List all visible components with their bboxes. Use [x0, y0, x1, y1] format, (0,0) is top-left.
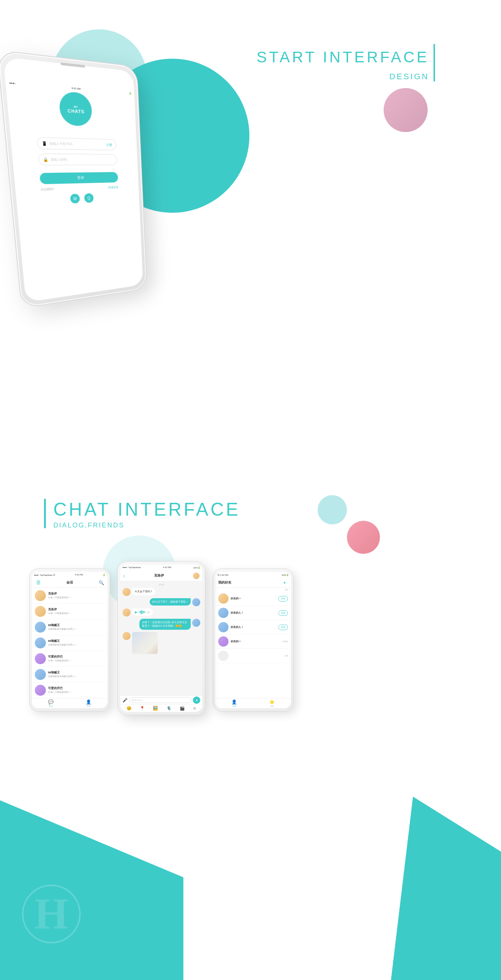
conversations-phone: ●●●○ TapTapIdeas ☰ 4:42 PM 🔋 ☰ 会话 🔍 克洛伊 [29, 568, 110, 711]
sender-avatar [122, 588, 130, 596]
friends-header: 我的好友 + [215, 578, 291, 588]
chat-contact-name: 克洛伊 [127, 573, 191, 578]
wechat-icon[interactable]: W [70, 194, 80, 204]
friends-bottom-nav: 👤 好友 ⭐ 动态 [215, 698, 291, 708]
social-login-row: W Q [70, 193, 94, 204]
login-logo: HI CHATS [58, 91, 93, 127]
chat-input-area: 🎤 想说点什么... ➤ 😊 📍 🖼️ 🎙️ 🎬 ⊕ [120, 695, 202, 712]
password-input[interactable]: 🔒 请输入密码 [38, 153, 118, 165]
nav-label-activity: 动态 [270, 705, 274, 707]
chat-label-text: CHAT INTERFACE DIALOG,FRIENDS [53, 499, 240, 529]
list-item[interactable]: 可爱的乔巴 Hi,每一天都是新的的一... [32, 651, 107, 667]
send-button[interactable]: ➤ [193, 697, 200, 704]
chat-detail-phone: ●●●○ TapTapIdeas 4:42 PM 22%🔋 ‹ 克洛伊 20:2… [118, 561, 205, 715]
login-button-row: 登录 [39, 172, 118, 184]
more-icon[interactable]: ⊕ [193, 706, 196, 711]
conv-bottom-nav: 💬 会话 👤 好友 [32, 698, 107, 708]
start-title-bar [434, 44, 435, 70]
phone-icon: 📱 [41, 141, 47, 146]
chat-icon: 💬 [48, 699, 54, 705]
phones-container: ●●●○ TapTapIdeas ☰ 4:42 PM 🔋 ☰ 会话 🔍 克洛伊 [29, 568, 293, 715]
password-placeholder: 请输入密码 [50, 157, 67, 162]
follow-button[interactable]: 发维 [278, 596, 288, 601]
phone-input[interactable]: 📱 请输入手机号码 注册 [36, 137, 116, 150]
list-item[interactable]: 克洛伊 Hi,每一天都是新的的一... [32, 604, 107, 619]
list-item[interactable]: 好友的人！ 发维 [215, 606, 291, 620]
list-item[interactable]: IM海贼王 活着就要成为海贼王的男人！ [32, 635, 107, 651]
list-item[interactable]: 好友的人！ 发维 [215, 620, 291, 635]
voice-toggle-icon[interactable]: 🎤 [122, 698, 128, 703]
location-icon[interactable]: 📍 [140, 706, 145, 711]
phone-outer: ●●●○ 9:41 AM 🔋 HI CHATS 📱 请输入手机号码 [0, 49, 147, 309]
follow-button[interactable]: 发维 [278, 610, 288, 616]
chat-detail-screen: ●●●○ TapTapIdeas 4:42 PM 22%🔋 ‹ 克洛伊 20:2… [120, 565, 202, 712]
nav-item-activity[interactable]: ⭐ 动态 [269, 699, 275, 707]
nav-item-conversations[interactable]: 💬 会话 [48, 699, 54, 707]
login-screen: ●●●○ 9:41 AM 🔋 HI CHATS 📱 请输入手机号码 [3, 57, 143, 302]
friends-count: 3/4 [215, 588, 291, 592]
play-icon: ▶ [135, 610, 138, 614]
follow-button[interactable]: 发维 [278, 625, 288, 630]
list-item[interactable]: 可爱的乔巴 Hi,每一天都是新的的一... [32, 682, 107, 698]
list-item[interactable]: 0/0 [215, 649, 291, 663]
start-section: START INTERFACE DESIGN ●●●○ 9:41 AM 🔋 [0, 0, 501, 477]
chat-input-field[interactable]: 想说点什么... [129, 697, 191, 703]
phone-side-button [138, 107, 140, 126]
video-icon[interactable]: 🎬 [180, 706, 185, 711]
conv-status-bar: ●●●○ TapTapIdeas ☰ 4:42 PM 🔋 [32, 572, 107, 578]
contact-avatar [193, 573, 199, 579]
chat-title: CHAT INTERFACE [53, 499, 240, 520]
chat-detail-header: ‹ 克洛伊 [120, 570, 202, 581]
photo-icon[interactable]: 🖼️ [153, 706, 158, 711]
start-subtitle: DESIGN [390, 72, 429, 81]
friends-nav-icon: 👤 [231, 699, 237, 705]
list-item[interactable]: IM海贼王 活着就要成为海贼王的男人！ [32, 667, 107, 682]
bubble-text: 今天会下雪吗？ [132, 588, 155, 595]
qq-icon[interactable]: Q [84, 193, 94, 203]
start-subtitle-bar [434, 70, 435, 81]
list-item[interactable]: IM海贼王 活着就要成为海贼王的男人！ [32, 619, 107, 635]
voice-bubble[interactable]: ▶ 10' [132, 608, 153, 616]
message-bubble-voice: ▶ 10' [122, 608, 200, 617]
deco-circle-pink-chat [347, 521, 380, 554]
message-bubble-right-1: 好久没下雪了，就盼着下雪呢！ [122, 598, 200, 606]
activity-icon: ⭐ [269, 699, 275, 705]
quick-login-link[interactable]: 快速登录 [108, 185, 118, 189]
phone-placeholder: 请输入手机号码 [49, 141, 73, 146]
chat-timestamp: 20:29 [122, 584, 200, 586]
chat-title-bar [44, 499, 46, 528]
bubble-text: 太棒了！还想着出去玩呢~好久没有出去看雪了！预报的今天有雪啊！😊😊 [139, 619, 191, 630]
nav-item-friends[interactable]: 👤 好友 [86, 699, 91, 707]
chat-subtitle: DIALOG,FRIENDS [53, 522, 240, 529]
friends-list: 好友的一 发维 好友的人！ 发维 [215, 592, 291, 663]
register-link[interactable]: 注册 [106, 142, 112, 147]
login-button[interactable]: 登录 [39, 172, 118, 184]
list-item[interactable]: 克洛伊 Hi,每一天都是新的的一... [32, 588, 107, 604]
lock-icon: 🔒 [43, 157, 48, 162]
teal-bg-right [391, 797, 501, 980]
back-icon[interactable]: ‹ [123, 573, 125, 579]
nav-item-friends[interactable]: 👤 好友 [231, 699, 237, 707]
emoji-icon[interactable]: 😊 [127, 706, 132, 711]
deco-circle-pink [383, 88, 428, 132]
forgot-link[interactable]: 忘记密码? [41, 187, 54, 191]
bubble-text: 好久没下雪了，就盼着下雪呢！ [150, 598, 191, 606]
avatar [218, 622, 229, 632]
search-icon[interactable]: 🔍 [98, 579, 105, 586]
avatar [35, 590, 46, 601]
mic-icon[interactable]: 🎙️ [167, 706, 172, 711]
avatar [35, 622, 46, 633]
list-item[interactable]: 好友的一 23/40 [215, 635, 291, 649]
menu-icon[interactable]: ☰ [35, 579, 41, 586]
image-bubble [132, 632, 158, 654]
image-content [132, 632, 158, 654]
sender-avatar [122, 608, 130, 617]
conv-list: 克洛伊 Hi,每一天都是新的的一... 克洛伊 Hi,每一天都是新的的一... [32, 588, 107, 698]
start-label: START INTERFACE DESIGN [257, 44, 435, 81]
chat-section: H CHAT INTERFACE DIALOG,FRIENDS ●●●○ Tap… [0, 477, 501, 980]
avatar [218, 636, 229, 647]
add-friend-icon[interactable]: + [281, 579, 288, 586]
chat-input-row: 🎤 想说点什么... ➤ [120, 696, 202, 705]
input-placeholder: 想说点什么... [132, 699, 145, 702]
list-item[interactable]: 好友的一 发维 [215, 592, 291, 606]
